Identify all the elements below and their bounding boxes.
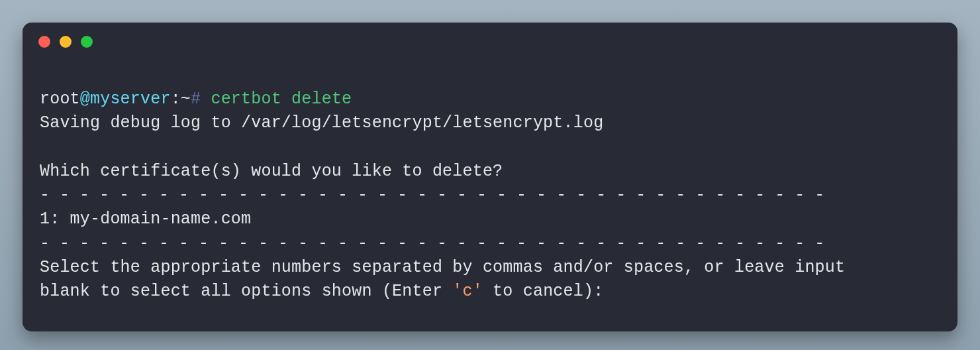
minimize-icon[interactable] [60, 36, 72, 48]
prompt-host: myserver [90, 89, 171, 109]
output-question: Which certificate(s) would you like to d… [40, 162, 503, 181]
output-instruction-pre: Select the appropriate numbers separated… [40, 258, 845, 301]
output-cert-option: 1: my-domain-name.com [40, 209, 251, 229]
output-instruction-post: to cancel): [483, 282, 603, 301]
output-divider: - - - - - - - - - - - - - - - - - - - - … [40, 234, 824, 253]
prompt-at: @ [80, 89, 90, 109]
output-log-line: Saving debug log to /var/log/letsencrypt… [40, 113, 603, 133]
close-icon[interactable] [38, 36, 50, 48]
prompt-path: ~ [181, 89, 191, 109]
prompt-user: root [40, 89, 80, 109]
window-titlebar [23, 23, 957, 61]
maximize-icon[interactable] [81, 36, 93, 48]
terminal-body[interactable]: root@myserver:~# certbot delete Saving d… [23, 61, 957, 321]
terminal-command: certbot delete [211, 89, 352, 109]
output-cancel-char: 'c' [452, 282, 483, 301]
prompt-colon: : [171, 89, 181, 109]
output-divider: - - - - - - - - - - - - - - - - - - - - … [40, 186, 824, 205]
terminal-window: root@myserver:~# certbot delete Saving d… [23, 23, 957, 331]
prompt-hash: # [191, 89, 211, 109]
